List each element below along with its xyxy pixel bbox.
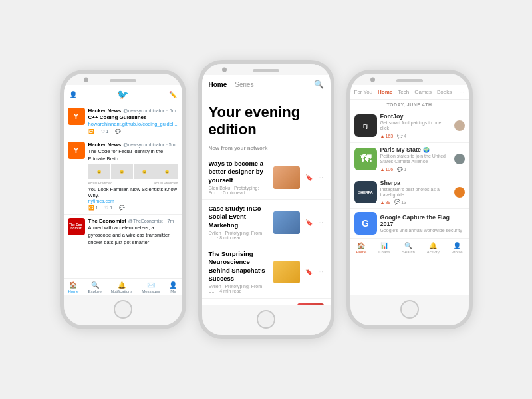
medium-screen: Home Series 🔍 Your evening edition New f… bbox=[202, 75, 331, 305]
tweet-time-2: · 5m bbox=[166, 142, 176, 147]
more-icon-2[interactable]: ··· bbox=[318, 219, 323, 226]
tweet-text-3: Armed with accelerometers, a gyroscope a… bbox=[88, 225, 171, 245]
phone-top-bar bbox=[64, 74, 182, 85]
medium-tabs: Home Series bbox=[209, 81, 254, 88]
face-label: Actual Predicted bbox=[154, 181, 178, 185]
hacker-news-avatar-2: Y bbox=[68, 142, 85, 159]
nav-notifications[interactable]: 🔔 Notifications bbox=[111, 281, 133, 293]
reply-icon[interactable]: 💬 bbox=[119, 205, 125, 211]
home-button-3[interactable] bbox=[400, 300, 419, 319]
nav-me[interactable]: 👤 Me bbox=[169, 281, 177, 293]
hacker-news-avatar: Y bbox=[68, 108, 85, 125]
ph-nav-profile[interactable]: 👤 Profile bbox=[452, 242, 463, 254]
tab-tech[interactable]: Tech bbox=[398, 89, 409, 95]
ph-nav-home[interactable]: 🏠 Home bbox=[356, 242, 366, 254]
ph-nav: 🏠 Home 📊 Charts 🔍 Search 🔔 Activity 👤 bbox=[350, 239, 469, 255]
ph-nav-activity[interactable]: 🔔 Activity bbox=[427, 242, 440, 254]
google-name[interactable]: Google Capture the Flag 2017 bbox=[380, 214, 465, 227]
fontjoy-upvotes: ▲ 163 bbox=[380, 134, 394, 138]
ph-profile-label: Profile bbox=[452, 250, 463, 254]
article-body-2: Case Study: InGo — Social Event Marketin… bbox=[209, 205, 270, 240]
ph-item-paris: 🗺 Paris My State 🌍 Petition states to jo… bbox=[350, 143, 469, 176]
bookmark-icon-3[interactable]: 🔖 bbox=[305, 269, 313, 275]
face-img: 😐 bbox=[156, 164, 178, 179]
ph-search-icon: 🔍 bbox=[404, 242, 412, 249]
bookmark-icon-2[interactable]: 🔖 bbox=[305, 219, 313, 226]
tweet-body: Hacker News @newsycombinator · 5m C++ Co… bbox=[88, 108, 179, 134]
tab-books[interactable]: Books bbox=[437, 89, 452, 95]
ph-charts-label: Charts bbox=[378, 250, 390, 254]
face-label: Actual Predicted bbox=[88, 181, 112, 185]
compose-icon[interactable]: ✏️ bbox=[169, 91, 177, 98]
article-3: The Surprising Neuroscience Behind Snapc… bbox=[202, 245, 331, 299]
twitter-nav: 🏠 Home 🔍 Explore 🔔 Notifications ✉️ Mess… bbox=[64, 278, 182, 295]
article-body-1: Ways to become a better designer by your… bbox=[209, 160, 270, 195]
tab-for-you[interactable]: For You bbox=[354, 89, 373, 95]
tweet-link[interactable]: howardhinnant.github.io/coding_guideli..… bbox=[88, 121, 179, 127]
ph-nav-search[interactable]: 🔍 Search bbox=[402, 242, 415, 254]
nav-messages[interactable]: ✉️ Messages bbox=[142, 281, 160, 293]
home-button[interactable] bbox=[114, 300, 132, 319]
article-title-3[interactable]: The Surprising Neuroscience Behind Snapc… bbox=[209, 250, 270, 283]
ph-item-google: G Google Capture the Flag 2017 Google's … bbox=[350, 209, 469, 239]
face-img: 😐 bbox=[134, 164, 156, 179]
paris-tagline: Petition states to join the United State… bbox=[380, 154, 451, 165]
messages-icon: ✉️ bbox=[147, 281, 155, 289]
paris-name: Paris My State 🌍 bbox=[380, 146, 451, 153]
article-image-3 bbox=[273, 261, 300, 283]
retweet-icon[interactable]: 🔁 bbox=[88, 129, 94, 134]
ph-nav-charts[interactable]: 📊 Charts bbox=[378, 242, 390, 254]
fontjoy-comments: 💬 4 bbox=[397, 134, 406, 139]
reply-icon[interactable]: 💬 bbox=[115, 129, 121, 134]
tweet-author: Hacker News bbox=[88, 108, 122, 114]
tweet-handle: @newsycombinator bbox=[123, 108, 164, 113]
fontjoy-name[interactable]: FontJoy bbox=[380, 113, 451, 120]
tweet-time-3: · 7m bbox=[165, 219, 174, 223]
tweet-title: C++ Coding Guidelines bbox=[88, 114, 147, 120]
article-title-1[interactable]: Ways to become a better designer by your… bbox=[209, 160, 270, 184]
like-icon[interactable]: ♡ 1 bbox=[101, 129, 109, 134]
sherpa-upvotes: ▲ 89 bbox=[380, 200, 391, 205]
sherpa-name[interactable]: Sherpa bbox=[380, 180, 451, 186]
tab-series[interactable]: Series bbox=[235, 81, 253, 88]
sherpa-stats: ▲ 89 💬 13 bbox=[380, 200, 451, 205]
phone-twitter: 👤 🐦 ✏️ Y Hacker News @newsycombinator · … bbox=[60, 70, 186, 329]
tweet-hn2: Y Hacker News @newsycombinator · 5m The … bbox=[64, 138, 182, 215]
article-body-3: The Surprising Neuroscience Behind Snapc… bbox=[209, 250, 270, 293]
article-title-2[interactable]: Case Study: InGo — Social Event Marketin… bbox=[209, 205, 270, 229]
fontjoy-avatar bbox=[454, 120, 465, 131]
tab-games[interactable]: Games bbox=[414, 89, 432, 95]
retweet-icon[interactable]: 🔁 1 bbox=[88, 205, 98, 211]
home-icon: 🏠 bbox=[69, 281, 77, 289]
article-meta-3: Svilen · Prototyping: From U... · 4 min … bbox=[209, 284, 270, 293]
tweet-actions-2: 🔁 1 ♡ 1 💬 bbox=[88, 205, 178, 211]
google-body: Google Capture the Flag 2017 Google's 2n… bbox=[380, 214, 465, 233]
tweet-time: · bbox=[166, 108, 168, 113]
nav-notifications-label: Notifications bbox=[111, 289, 133, 293]
explore-icon: 🔍 bbox=[91, 281, 99, 289]
twitter-screen: 👤 🐦 ✏️ Y Hacker News @newsycombinator · … bbox=[64, 85, 182, 295]
tab-home[interactable]: Home bbox=[209, 81, 227, 88]
google-tagline: Google's 2nd annual worldwide security bbox=[380, 228, 465, 233]
article-image-2 bbox=[273, 211, 300, 234]
bookmark-icon-1[interactable]: 🔖 bbox=[305, 174, 313, 181]
tweet-header-2: Hacker News @newsycombinator · 5m bbox=[88, 142, 178, 148]
like-icon[interactable]: ♡ 1 bbox=[104, 205, 112, 211]
ph-item-fontjoy: Fj FontJoy Get smart font pairings in on… bbox=[350, 110, 469, 143]
nav-home[interactable]: 🏠 Home bbox=[68, 281, 78, 293]
twitter-header: 👤 🐦 ✏️ bbox=[64, 85, 182, 104]
search-icon[interactable]: 🔍 bbox=[314, 80, 324, 89]
nav-explore[interactable]: 🔍 Explore bbox=[88, 281, 101, 293]
sherpa-tagline: Instagram's best photos as a travel guid… bbox=[380, 187, 451, 198]
ph-home-label: Home bbox=[356, 250, 366, 254]
profile-icon[interactable]: 👤 bbox=[69, 91, 77, 98]
more-icon-1[interactable]: ··· bbox=[318, 174, 323, 181]
phone-top-bar-2 bbox=[202, 64, 331, 75]
ph-activity-icon: 🔔 bbox=[429, 242, 437, 249]
economist-avatar: The Eco-nomist bbox=[68, 218, 85, 235]
home-button-2[interactable] bbox=[257, 310, 275, 329]
nav-explore-label: Explore bbox=[88, 289, 101, 293]
more-icon-3[interactable]: ··· bbox=[318, 268, 323, 275]
tab-home[interactable]: Home bbox=[378, 89, 392, 95]
more-tabs-icon[interactable]: ··· bbox=[459, 88, 464, 96]
